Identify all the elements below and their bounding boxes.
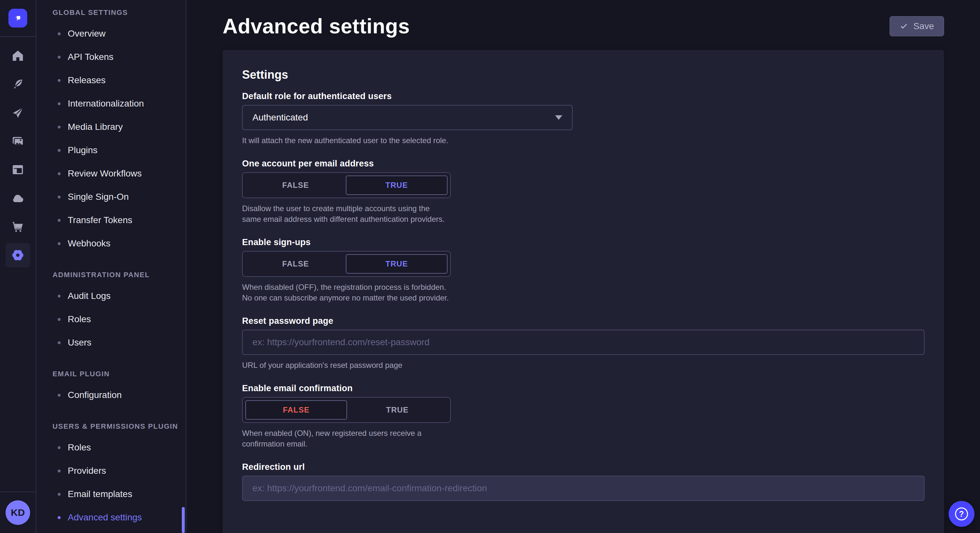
bullet-icon: [58, 341, 60, 344]
rail-nav: [0, 41, 36, 270]
bullet-icon: [58, 219, 60, 222]
check-icon: [900, 22, 908, 30]
subnav-item-up-email-templates[interactable]: Email templates: [36, 482, 186, 506]
subnav-item-up-roles[interactable]: Roles: [36, 436, 186, 459]
cloud-icon[interactable]: [0, 184, 36, 213]
bullet-icon: [58, 149, 60, 152]
bullet-icon: [58, 56, 60, 59]
subnav-section-global-settings: GLOBAL SETTINGS: [52, 8, 186, 17]
bullet-icon: [58, 470, 60, 473]
save-button[interactable]: Save: [889, 16, 944, 36]
bullet-icon: [58, 295, 60, 298]
toggle-option-true[interactable]: TRUE: [346, 176, 447, 195]
field-reset-password-page: Reset password page URL of your applicat…: [242, 316, 924, 370]
subnav-item-audit-logs[interactable]: Audit Logs: [36, 284, 186, 308]
bullet-icon: [58, 79, 60, 82]
field-hint: Disallow the user to create multiple acc…: [242, 203, 451, 224]
toggle-option-false[interactable]: FALSE: [245, 400, 347, 420]
bullet-icon: [58, 318, 60, 321]
subnav-item-releases[interactable]: Releases: [36, 69, 186, 92]
subnav-section-administration-panel: ADMINISTRATION PANEL: [52, 271, 186, 279]
subnav-item-internationalization[interactable]: Internationalization: [36, 92, 186, 115]
subnav-scrollbar-thumb[interactable]: [182, 507, 185, 533]
feather-icon[interactable]: [0, 70, 36, 98]
subnav-item-review-workflows[interactable]: Review Workflows: [36, 162, 186, 185]
help-button[interactable]: ?: [948, 501, 975, 527]
question-mark-icon: ?: [955, 508, 968, 520]
subnav-item-admin-users[interactable]: Users: [36, 331, 186, 354]
default-role-select[interactable]: Authenticated: [242, 105, 573, 130]
field-enable-sign-ups: Enable sign-ups FALSE TRUE When disabled…: [242, 237, 924, 303]
bullet-icon: [58, 195, 60, 198]
field-label: Enable email confirmation: [242, 383, 924, 393]
subnav-section-users-permissions-plugin: USERS & PERMISSIONS PLUGIN: [52, 422, 186, 431]
images-icon[interactable]: [0, 127, 36, 155]
panel-heading: Settings: [242, 68, 924, 82]
bullet-icon: [58, 446, 60, 449]
bullet-icon: [58, 102, 60, 105]
subnav-section-email-plugin: EMAIL PLUGIN: [52, 370, 186, 378]
field-one-account-per-email: One account per email address FALSE TRUE…: [242, 159, 924, 224]
subnav-item-api-tokens[interactable]: API Tokens: [36, 45, 186, 69]
toggle-option-true[interactable]: TRUE: [347, 400, 447, 420]
bullet-icon: [58, 493, 60, 496]
field-hint: It will attach the new authenticated use…: [242, 135, 924, 146]
bullet-icon: [58, 394, 60, 397]
field-default-role: Default role for authenticated users Aut…: [242, 91, 924, 146]
main-content: Advanced settings Save Settings Default …: [186, 0, 980, 533]
layout-icon[interactable]: [0, 155, 36, 184]
subnav-item-plugins[interactable]: Plugins: [36, 139, 186, 162]
email-confirmation-toggle: FALSE TRUE: [242, 397, 451, 423]
sign-ups-toggle: FALSE TRUE: [242, 251, 451, 277]
chevron-down-icon: [555, 115, 562, 120]
subnav-item-media-library[interactable]: Media Library: [36, 115, 186, 139]
page-title: Advanced settings: [223, 14, 410, 38]
field-label: Default role for authenticated users: [242, 91, 924, 101]
subnav-item-webhooks[interactable]: Webhooks: [36, 232, 186, 255]
field-hint: When disabled (OFF), the registration pr…: [242, 282, 451, 303]
select-value: Authenticated: [253, 113, 308, 123]
field-enable-email-confirmation: Enable email confirmation FALSE TRUE Whe…: [242, 383, 924, 449]
field-hint: URL of your application's reset password…: [242, 360, 924, 370]
settings-subnav: GLOBAL SETTINGS Overview API Tokens Rele…: [36, 0, 186, 533]
logo-cell: [0, 0, 36, 37]
reset-password-input[interactable]: [242, 330, 924, 355]
toggle-option-false[interactable]: FALSE: [245, 254, 346, 274]
settings-panel: Settings Default role for authenticated …: [223, 50, 944, 533]
field-label: One account per email address: [242, 159, 924, 168]
subnav-item-up-advanced-settings[interactable]: Advanced settings: [36, 506, 186, 529]
field-hint: When enabled (ON), new registered users …: [242, 428, 451, 449]
subnav-item-transfer-tokens[interactable]: Transfer Tokens: [36, 209, 186, 232]
paper-plane-icon[interactable]: [0, 98, 36, 127]
bullet-icon: [58, 516, 60, 519]
subnav-item-email-configuration[interactable]: Configuration: [36, 383, 186, 407]
field-label: Reset password page: [242, 316, 924, 326]
field-redirection-url: Redirection url: [242, 462, 924, 501]
redirection-url-input[interactable]: [242, 476, 924, 501]
rail-bottom: KD: [0, 492, 36, 533]
page-header: Advanced settings Save: [223, 0, 944, 38]
subnav-item-up-providers[interactable]: Providers: [36, 459, 186, 482]
field-label: Redirection url: [242, 462, 924, 472]
field-label: Enable sign-ups: [242, 237, 924, 247]
subnav-item-single-sign-on[interactable]: Single Sign-On: [36, 185, 186, 209]
one-account-toggle: FALSE TRUE: [242, 172, 451, 198]
bullet-icon: [58, 125, 60, 128]
save-button-label: Save: [913, 21, 934, 32]
avatar[interactable]: KD: [5, 500, 30, 525]
home-icon[interactable]: [0, 41, 36, 70]
bullet-icon: [58, 172, 60, 175]
bullet-icon: [58, 242, 60, 245]
strapi-logo-icon[interactable]: [8, 9, 27, 27]
toggle-option-false[interactable]: FALSE: [245, 176, 346, 195]
subnav-item-admin-roles[interactable]: Roles: [36, 308, 186, 331]
cart-icon[interactable]: [0, 213, 36, 241]
icon-rail: KD: [0, 0, 36, 533]
subnav-item-overview[interactable]: Overview: [36, 22, 186, 45]
toggle-option-true[interactable]: TRUE: [346, 254, 447, 274]
bullet-icon: [58, 32, 60, 35]
gear-icon[interactable]: [0, 241, 36, 270]
